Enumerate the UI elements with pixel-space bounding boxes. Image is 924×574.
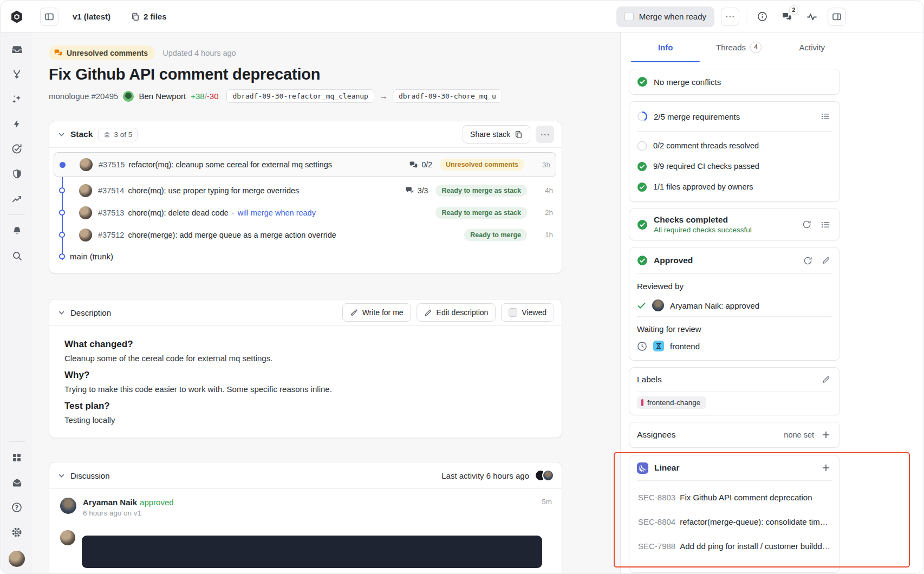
review-card: Approved Reviewed by Aryaman Naik: appro…	[629, 247, 840, 361]
stack-row-37513[interactable]: #37513 chore(mq): delete dead code · wil…	[49, 201, 562, 224]
review-refresh-button[interactable]	[802, 255, 814, 267]
discussion-collapse-chevron[interactable]	[58, 472, 65, 479]
branch-merge-icon	[11, 69, 22, 80]
add-linear-issue-button[interactable]	[820, 462, 832, 474]
branch-to-chip[interactable]: dbradf-09-30-chore_mq_u	[393, 89, 502, 103]
viewed-checkbox[interactable]	[509, 308, 517, 317]
checks-list-button[interactable]	[819, 218, 832, 231]
comments-count-badge: 2	[789, 5, 798, 15]
bolt-icon	[12, 119, 22, 129]
sidebar-item-settings[interactable]	[6, 520, 28, 545]
ellipsis-icon: ⋯	[725, 11, 735, 22]
row-status-badge: Ready to merge as stack	[435, 185, 527, 197]
add-assignee-button[interactable]	[820, 429, 832, 441]
sidebar-item-mail[interactable]	[6, 470, 28, 495]
share-stack-button[interactable]: Share stack	[463, 125, 530, 144]
wand-sparkle-icon	[350, 309, 358, 317]
sidebar-item-inbox[interactable]	[6, 37, 28, 62]
viewed-toggle-button[interactable]: Viewed	[501, 303, 554, 322]
branch-from-chip[interactable]: dbradf-09-30-refactor_mq_cleanup	[226, 89, 374, 103]
stack-collapse-chevron[interactable]	[58, 131, 65, 138]
files-button[interactable]: 2 files	[131, 12, 167, 21]
labels-title: Labels	[637, 375, 662, 384]
more-options-button[interactable]: ⋯	[721, 8, 739, 26]
sidebar-item-merge-queue[interactable]	[6, 62, 28, 87]
linear-issue-link[interactable]: SEC-8804refactor(merge-queue): consolida…	[629, 510, 840, 534]
sidebar-item-security[interactable]	[6, 161, 28, 186]
description-body: Testing locally	[64, 415, 546, 425]
stack-count-chip: 3 of 5	[98, 128, 138, 141]
sidebar-item-automations[interactable]	[6, 112, 28, 136]
row-avatar	[79, 206, 92, 219]
discussion-comment: Aryaman Naikapproved 6 hours ago on v1 5…	[49, 489, 562, 517]
description-heading: Test plan?	[64, 401, 546, 412]
user-avatar[interactable]	[6, 545, 28, 573]
row-time: 3h	[532, 161, 550, 169]
labels-edit-button[interactable]	[820, 374, 832, 386]
stack-row-37514[interactable]: #37514 chore(mq): use proper typing for …	[49, 179, 562, 201]
files-icon	[131, 12, 140, 21]
write-for-me-button[interactable]: Write for me	[342, 303, 411, 322]
merge-when-ready-link[interactable]: will merge when ready	[238, 208, 316, 217]
requirement-item: 0/2 comment threads resolved	[629, 135, 840, 156]
sidebar-item-help[interactable]: ?	[6, 495, 28, 520]
waiting-team-name[interactable]: frontend	[670, 342, 700, 351]
repo-link[interactable]: monologue #20495	[49, 92, 118, 101]
check-icon	[637, 301, 646, 310]
row-avatar	[79, 184, 92, 197]
sidebar-item-ai[interactable]	[6, 87, 28, 112]
sidebar-toggle-icon	[44, 12, 54, 22]
tab-activity[interactable]: Activity	[776, 32, 849, 62]
merge-when-ready-checkbox[interactable]	[624, 12, 634, 21]
pencil-icon	[822, 256, 830, 265]
merge-when-ready-button[interactable]: Merge when ready	[616, 6, 714, 27]
stack-row-37512[interactable]: #37512 chore(merge): add merge queue as …	[49, 224, 562, 246]
commenter-avatar	[60, 498, 76, 514]
description-collapse-chevron[interactable]	[58, 309, 65, 316]
tab-info[interactable]: Info	[629, 32, 702, 62]
sidebar-item-insights[interactable]	[6, 186, 28, 211]
author-avatar	[123, 91, 134, 102]
label-pill: frontend-change	[637, 396, 706, 409]
checks-refresh-button[interactable]	[801, 218, 813, 231]
assignees-title: Assignees	[637, 430, 676, 440]
review-status-title: Approved	[654, 256, 693, 265]
status-badge: Unresolved comments	[49, 45, 155, 60]
check-circle-icon	[637, 161, 647, 172]
info-button[interactable]	[753, 8, 771, 26]
stack-more-button[interactable]: ⋯	[536, 126, 554, 143]
description-heading: Why?	[64, 370, 546, 381]
author-name: Ben Newport	[139, 92, 186, 101]
sidebar-item-search[interactable]	[6, 243, 28, 268]
linear-issue-link[interactable]: SEC-8803Fix Github API comment deprecati…	[629, 485, 840, 510]
sidebar-divider-bottom	[9, 441, 25, 442]
activity-pulse-button[interactable]	[803, 8, 821, 26]
commenter-avatar	[60, 530, 75, 545]
comments-button[interactable]: 2	[778, 8, 796, 26]
linear-issue-link[interactable]: SEC-7988Add dd ping for install / custom…	[629, 534, 840, 558]
check-circle-icon	[637, 255, 648, 266]
sidebar-toggle-button[interactable]	[40, 8, 58, 26]
edit-description-button[interactable]: Edit description	[417, 303, 496, 322]
review-edit-button[interactable]	[820, 255, 832, 266]
plus-icon	[822, 430, 830, 439]
refresh-icon	[802, 220, 811, 229]
team-badge-icon	[653, 341, 664, 351]
panel-toggle-button[interactable]	[828, 8, 846, 26]
sidebar-item-notifications[interactable]	[6, 218, 28, 243]
chart-line-icon	[11, 193, 22, 204]
version-selector[interactable]: v1 (latest)	[73, 12, 110, 21]
merge-conflicts-label: No merge conflicts	[654, 77, 721, 87]
stack-row-37515[interactable]: #37515 refactor(mq): cleanup some cereal…	[54, 152, 556, 177]
app-logo-icon[interactable]	[1, 9, 32, 24]
description-card: Description Write for me Edit descriptio…	[49, 299, 562, 438]
tab-threads[interactable]: Threads4	[702, 32, 775, 62]
requirements-list-button[interactable]	[819, 110, 832, 123]
reviewer-status: Aryaman Naik: approved	[670, 301, 759, 310]
last-activity-label: Last activity 6 hours ago	[441, 471, 529, 480]
sidebar-item-apps[interactable]	[6, 445, 28, 470]
pulse-icon	[806, 11, 817, 22]
sidebar-item-ci-status[interactable]	[6, 136, 28, 161]
description-heading: What changed?	[64, 339, 546, 350]
user-avatar-image	[9, 551, 25, 567]
